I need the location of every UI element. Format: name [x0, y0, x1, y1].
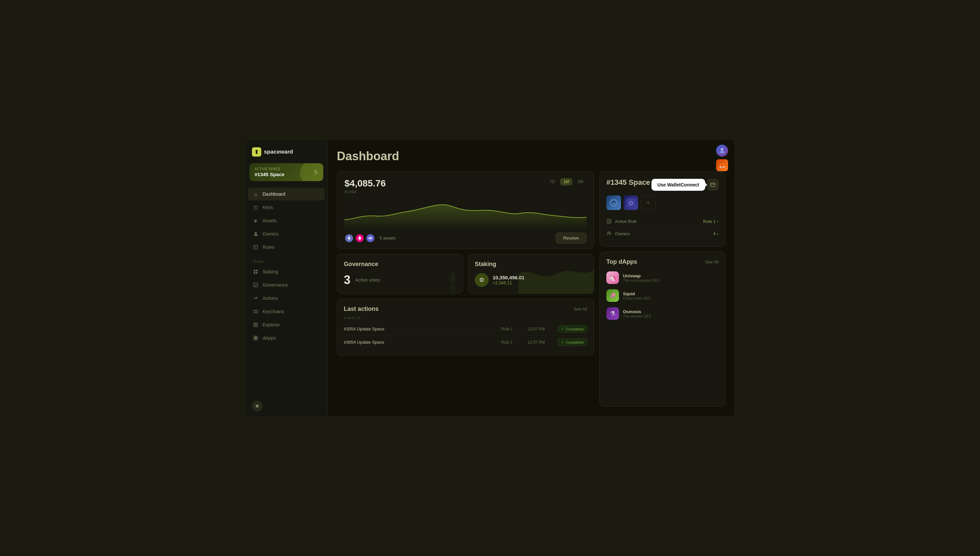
table-row: #3054 Update Space Rule 1 12:07 PM ✓ Com… — [344, 322, 587, 336]
action-name: #3054 Update Space — [344, 340, 501, 345]
sidebar-item-label: Actions — [263, 296, 278, 301]
sidebar-item-explorer[interactable]: Explorer — [248, 318, 324, 331]
settings-button[interactable]: ✺ — [252, 401, 263, 411]
svg-rect-15 — [256, 325, 258, 327]
keychains-icon — [253, 309, 259, 315]
main-content: Dashboard $4,085.76 In total 7D 1M 3M — [327, 139, 735, 417]
action-name: #3054 Update Space — [344, 326, 501, 331]
staking-card: Staking ⚙ 10,350,456.01 +2,345.11 — [468, 254, 594, 294]
space-detail-title: #1345 Space — [606, 178, 650, 187]
sidebar-item-dashboard[interactable]: ⌂ Dashboard — [248, 188, 324, 200]
sidebar-item-label: Owners — [263, 231, 279, 236]
sidebar-item-keychains[interactable]: Keychains — [248, 305, 324, 318]
date-label: 4 June '24 — [344, 316, 587, 320]
assets-icon: ◈ — [253, 218, 259, 224]
sidebar-item-staking[interactable]: Staking — [248, 265, 324, 278]
sidebar-item-actions[interactable]: Actions — [248, 292, 324, 304]
sidebar-item-governance[interactable]: Governance — [248, 279, 324, 291]
last-actions-header: Last actions See All — [344, 305, 587, 312]
dashboard-grid: $4,085.76 In total 7D 1M 3M — [337, 171, 725, 407]
svg-text:⬡: ⬡ — [629, 200, 633, 206]
sidebar-item-label: Assets — [263, 218, 277, 223]
svg-rect-14 — [254, 325, 255, 327]
bottom-cards: Governance 3 Active votes — [337, 254, 594, 294]
svg-point-24 — [370, 237, 372, 239]
keys-icon: ⚿ — [253, 204, 259, 210]
table-row: #3054 Update Space Rule 1 12:07 PM ✓ Com… — [344, 336, 587, 349]
sidebar-item-label: Dashboard — [263, 191, 285, 197]
chevron-right-icon: › — [717, 231, 719, 236]
svg-rect-13 — [256, 323, 258, 325]
wallet-connect-tooltip[interactable]: Use WalletConnect — [651, 179, 705, 191]
governance-icon — [253, 282, 259, 288]
active-space-card[interactable]: Active Space #1345 Space ⇅ — [249, 163, 323, 181]
sidebar-item-label: Governance — [263, 282, 288, 288]
user-avatar-2[interactable]: 🦊 — [716, 159, 728, 171]
sidebar-item-label: Explorer — [263, 322, 280, 327]
svg-point-35 — [721, 148, 724, 150]
osmosis-icon: ⚗ — [606, 307, 619, 320]
sidebar-item-label: Keychains — [263, 309, 284, 314]
sidebar-item-keys[interactable]: ⚿ Keys — [248, 201, 324, 213]
dashboard-icon: ⌂ — [253, 191, 259, 197]
governance-card-title: Governance — [344, 261, 456, 268]
space-expand-icon: ⇅ — [314, 169, 318, 176]
owners-row: Owners 4 › — [606, 228, 719, 240]
active-votes-label: Active votes — [355, 277, 380, 283]
chain-icon — [366, 234, 375, 243]
user-avatar-1[interactable] — [716, 145, 728, 157]
owners-label: Owners — [606, 231, 630, 236]
action-rule: Rule 1 — [501, 327, 528, 331]
list-item[interactable]: 🦑 Squid Cross-chain DEX — [606, 287, 719, 304]
active-space-label: Active Space — [255, 167, 284, 171]
svg-rect-9 — [254, 310, 258, 313]
last-actions-title: Last actions — [344, 305, 379, 312]
sidebar-item-owners[interactable]: Owners — [248, 228, 324, 240]
list-item[interactable]: 🦄 Uniswap The most popular DEX — [606, 269, 719, 287]
staking-coin-icon: ⚙ — [475, 273, 489, 287]
svg-marker-18 — [348, 236, 350, 239]
filter-3m-button[interactable]: 3M — [574, 178, 587, 186]
dapps-see-all[interactable]: See All — [705, 259, 719, 264]
right-column: #1345 Space Use WalletConnect — [600, 171, 725, 407]
sidebar-item-assets[interactable]: ◈ Assets — [248, 214, 324, 227]
list-item[interactable]: ⚗ Osmosis The premier DEX — [606, 304, 719, 322]
owners-count[interactable]: 4 › — [713, 231, 719, 236]
nft-add-button[interactable]: + — [641, 196, 656, 210]
receive-button[interactable]: Receive — [556, 233, 587, 244]
owners-label-text: Owners — [615, 231, 630, 236]
svg-rect-1 — [254, 245, 258, 249]
dapp-name: Uniswap — [623, 273, 660, 278]
nft-row: ◎ ⬡ + — [606, 196, 719, 210]
svg-rect-17 — [254, 337, 257, 339]
app-container: spaceward Active Space #1345 Space ⇅ ⌂ D… — [245, 139, 735, 417]
last-actions-see-all[interactable]: See All — [574, 307, 587, 312]
svg-point-22 — [359, 239, 360, 240]
active-rule-label: Active Rule — [606, 218, 637, 224]
filter-7d-button[interactable]: 7D — [546, 178, 558, 186]
sidebar-item-dapps[interactable]: dApps — [248, 332, 324, 344]
check-icon: ✓ — [561, 340, 564, 344]
svg-rect-5 — [256, 270, 258, 272]
svg-rect-25 — [711, 183, 715, 186]
portfolio-footer: 5 assets Receive — [345, 233, 587, 244]
uniswap-icon: 🦄 — [606, 272, 619, 284]
sidebar-item-label: Staking — [263, 269, 278, 274]
svg-rect-7 — [256, 272, 258, 274]
nav-section: ⌂ Dashboard ⚿ Keys ◈ Assets Owners — [245, 188, 327, 396]
sidebar-item-rules[interactable]: Rules — [248, 241, 324, 254]
dapp-name: Squid — [623, 291, 651, 296]
sidebar-item-label: Rules — [263, 244, 274, 250]
svg-point-26 — [711, 185, 712, 186]
top-dapps-title: Top dApps — [606, 259, 637, 265]
last-actions-card: Last actions See All 4 June '24 #3054 Up… — [337, 299, 594, 356]
filter-1m-button[interactable]: 1M — [560, 178, 572, 186]
svg-point-21 — [359, 236, 360, 237]
nft-thumb-1: ◎ — [606, 196, 621, 210]
portfolio-card: $4,085.76 In total 7D 1M 3M — [337, 171, 594, 249]
dapp-name: Osmosis — [623, 309, 651, 314]
top-right-controls: 🦊 — [716, 145, 728, 171]
logo-icon — [252, 147, 261, 157]
nft-thumb-2: ⬡ — [624, 196, 638, 210]
rule-value[interactable]: Rule 1 › — [703, 219, 719, 224]
